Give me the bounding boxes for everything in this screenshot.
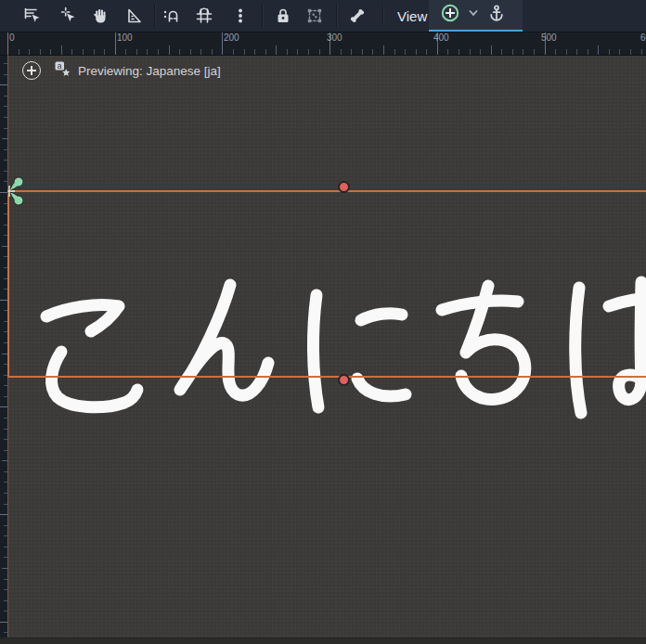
handle-bottom-center[interactable] [338, 374, 350, 386]
move-mode-button[interactable] [56, 3, 82, 29]
translation-icon: a [54, 60, 71, 82]
anchor-mode-button[interactable] [483, 1, 510, 29]
vertical-ruler[interactable] [0, 55, 7, 638]
view-menu-label: View [397, 8, 427, 24]
anchor-preset-button[interactable] [436, 1, 464, 29]
horizontal-ruler[interactable]: 0 100 200 300 400 500 600 [7, 32, 646, 56]
group-selected-button[interactable] [302, 3, 328, 29]
ruler-tick-label: 600 [640, 32, 646, 43]
anchor-controls-group [429, 0, 523, 32]
list-select-icon [23, 6, 42, 25]
move-cursor-icon [59, 6, 78, 25]
grid-magnet-icon [195, 6, 213, 25]
ruler-triangle-icon [124, 6, 143, 25]
ruler-tick-label: 500 [541, 32, 557, 43]
toolbar-separator [154, 5, 155, 27]
lock-icon [274, 6, 292, 25]
anchor-icon [487, 4, 506, 26]
smart-snap-button[interactable] [158, 3, 184, 29]
canvas-editor-toolbar: View [0, 0, 646, 32]
grid-snap-button[interactable] [191, 3, 217, 29]
bone-icon [348, 6, 367, 25]
lock-selected-button[interactable] [270, 3, 296, 29]
anchor-preset-dropdown[interactable] [464, 1, 483, 29]
ruler-tick-label: 100 [117, 32, 133, 43]
preview-label: Previewing: Japanese [ja] [78, 64, 221, 78]
ruler-tick-label: 300 [327, 32, 342, 43]
vertical-ellipsis-icon [231, 6, 250, 25]
ruler-corner [0, 32, 7, 56]
toolbar-separator [336, 5, 337, 27]
translation-preview-badge: a Previewing: Japanese [ja] [54, 60, 221, 82]
selection-bounding-box [7, 190, 646, 378]
svg-text:a: a [58, 61, 62, 71]
snap-options-button[interactable] [227, 3, 253, 29]
magnet-icon [162, 6, 180, 25]
zoom-in-button[interactable] [22, 61, 41, 80]
ruler-tick-label: 0 [9, 32, 15, 43]
hand-icon [91, 6, 110, 25]
skeleton-options-button[interactable] [344, 3, 370, 29]
viewport-origin-guide [7, 32, 8, 638]
ruler-mode-button[interactable] [121, 3, 147, 29]
group-squares-icon [305, 6, 324, 25]
ruler-tick-label: 400 [433, 32, 449, 43]
toolbar-separator [262, 5, 263, 27]
toolbar-separator [382, 5, 383, 27]
ruler-tick-label: 200 [224, 32, 239, 43]
handle-top-center[interactable] [338, 181, 350, 193]
pan-mode-button[interactable] [87, 3, 113, 29]
list-select-mode-button[interactable] [19, 3, 45, 29]
chevron-down-icon [467, 6, 480, 23]
bottom-scrollbar-track[interactable] [0, 638, 646, 644]
anchor-preset-icon [440, 3, 460, 27]
